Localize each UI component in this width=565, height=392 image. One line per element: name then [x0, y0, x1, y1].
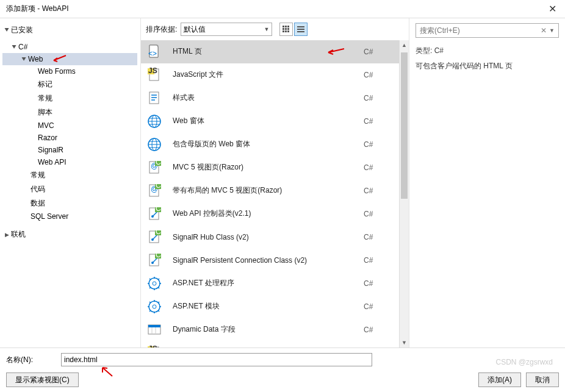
tree-label: 联机: [11, 229, 26, 240]
view-toggle: [279, 23, 308, 36]
template-icon: JS: [146, 66, 163, 84]
tree-label: SignalR: [38, 146, 63, 154]
template-icon: [146, 275, 163, 292]
template-icon: [146, 298, 163, 315]
template-lang: C#: [364, 302, 394, 311]
template-label: 包含母版页的 Web 窗体: [173, 139, 364, 149]
template-row[interactable]: 样式表C#: [141, 87, 399, 110]
chevron-down-icon: [11, 44, 17, 51]
scroll-up-icon[interactable]: ▲: [400, 40, 409, 50]
button-label: 显示紧凑视图(C): [15, 375, 70, 385]
template-lang: C#: [364, 94, 394, 102]
annotation-arrow-icon: [50, 53, 67, 64]
template-row[interactable]: C#SignalR Persistent Connection Class (v…: [141, 249, 399, 272]
search-field[interactable]: [420, 26, 541, 35]
template-label: Dynamic Data 字段: [173, 324, 364, 335]
view-list-button[interactable]: [294, 23, 308, 36]
svg-text:C#: C#: [156, 252, 162, 259]
template-row[interactable]: Dynamic Data 字段C#: [141, 318, 399, 341]
tree-label: Razor: [38, 134, 57, 142]
cancel-button[interactable]: 取消: [526, 372, 559, 387]
tree-webapi[interactable]: Web API: [2, 156, 137, 168]
template-lang: C#: [364, 117, 394, 126]
template-icon: [146, 90, 163, 107]
template-row[interactable]: @C#带有布局的 MVC 5 视图页(Razor)C#: [141, 179, 399, 202]
template-list[interactable]: <>HTML 页C#JSJavaScript 文件C#样式表C#Web 窗体C#…: [141, 40, 399, 347]
detail-pane: ✕ ▼ 类型: C# 可包含客户端代码的 HTML 页: [409, 18, 565, 347]
tree-label: 标记: [38, 79, 52, 90]
template-row[interactable]: C#SignalR Hub Class (v2)C#: [141, 226, 399, 249]
template-icon: C#: [146, 229, 163, 246]
sort-combobox[interactable]: 默认值 ▼: [181, 23, 272, 36]
svg-text:JS: JS: [148, 67, 157, 75]
svg-rect-53: [148, 325, 160, 327]
titlebar: 添加新项 - WebAPI ✕: [0, 0, 565, 18]
svg-rect-9: [297, 26, 304, 27]
scroll-down-icon[interactable]: ▼: [400, 338, 409, 347]
clear-icon[interactable]: ✕: [541, 26, 547, 35]
tree-label: Web Forms: [38, 67, 76, 76]
tree-changgui[interactable]: 常规: [2, 91, 137, 105]
compact-view-button[interactable]: 显示紧凑视图(C): [6, 372, 79, 387]
tree-changgui2[interactable]: 常规: [2, 168, 137, 182]
template-row[interactable]: JSJavaScript 文件C#: [141, 63, 399, 87]
tree-label: 数据: [31, 198, 45, 208]
template-row[interactable]: @C#MVC 5 视图页(Razor)C#: [141, 156, 399, 179]
template-label: ASP.NET 模块: [173, 301, 364, 312]
template-row[interactable]: ASP.NET 处理程序C#: [141, 272, 399, 295]
tree-jiaoben[interactable]: 脚本: [2, 105, 137, 119]
tree-label: SQL Server: [31, 212, 68, 221]
filename-input[interactable]: [61, 353, 372, 366]
template-label: 样式表: [173, 93, 364, 103]
close-icon[interactable]: ✕: [546, 3, 559, 15]
scrollbar[interactable]: ▲ ▼: [399, 40, 409, 347]
tree-label: MVC: [38, 121, 54, 130]
template-icon: C#: [146, 252, 163, 269]
dropdown-icon[interactable]: ▼: [549, 27, 555, 34]
view-grid-button[interactable]: [279, 23, 293, 36]
tree-label: 代码: [31, 184, 45, 194]
svg-text:C#: C#: [156, 206, 162, 213]
tree-label: 常规: [31, 170, 45, 180]
tree-sqlserver[interactable]: SQL Server: [2, 210, 137, 223]
template-label: MVC 5 视图页(Razor): [173, 162, 364, 173]
scrollbar-thumb[interactable]: [401, 52, 408, 199]
template-row[interactable]: Web 窗体C#: [141, 110, 399, 133]
template-row[interactable]: C#Web API 控制器类(v2.1)C#: [141, 202, 399, 226]
tree-installed[interactable]: 已安装: [2, 23, 137, 37]
tree-label: 已安装: [11, 25, 33, 35]
tree-online[interactable]: 联机: [2, 227, 137, 241]
add-button[interactable]: 添加(A): [478, 372, 521, 387]
tree-webforms[interactable]: Web Forms: [2, 65, 137, 77]
sort-value: 默认值: [184, 24, 206, 35]
list-icon: [297, 26, 304, 33]
template-lang: C#: [364, 71, 394, 79]
svg-rect-6: [282, 30, 284, 32]
tree-mvc[interactable]: MVC: [2, 119, 137, 132]
tree-razor[interactable]: Razor: [2, 132, 137, 144]
svg-text:C#: C#: [156, 229, 162, 236]
svg-rect-10: [297, 29, 304, 30]
tree-daima[interactable]: 代码: [2, 182, 137, 196]
template-label: ASP.NET 处理程序: [173, 278, 364, 288]
tree-web[interactable]: Web: [2, 53, 137, 65]
tree-signalr[interactable]: SignalR: [2, 144, 137, 156]
template-lang: C#: [364, 210, 394, 218]
footer-buttons: 显示紧凑视图(C) 添加(A) 取消: [6, 372, 559, 387]
tree-label: Web API: [38, 158, 66, 166]
tree-csharp[interactable]: C#: [2, 41, 137, 53]
tree-biaoji[interactable]: 标记: [2, 77, 137, 91]
svg-rect-7: [285, 30, 287, 32]
template-label: JavaScript 文件: [173, 69, 364, 80]
template-row[interactable]: ASP.NET 模块C#: [141, 295, 399, 318]
tree-shuju[interactable]: 数据: [2, 196, 137, 210]
template-row[interactable]: JSJavaScript JSON 配置文件C#: [141, 341, 399, 347]
chevron-down-icon: [21, 56, 27, 63]
search-input[interactable]: ✕ ▼: [416, 23, 559, 38]
template-row[interactable]: <>HTML 页C#: [141, 40, 399, 63]
type-label: 类型:: [416, 46, 432, 55]
template-row[interactable]: 包含母版页的 Web 窗体C#: [141, 133, 399, 156]
tree-label: 常规: [38, 93, 52, 104]
tree-label: 脚本: [38, 107, 52, 118]
annotation-arrow-icon: [325, 46, 345, 57]
